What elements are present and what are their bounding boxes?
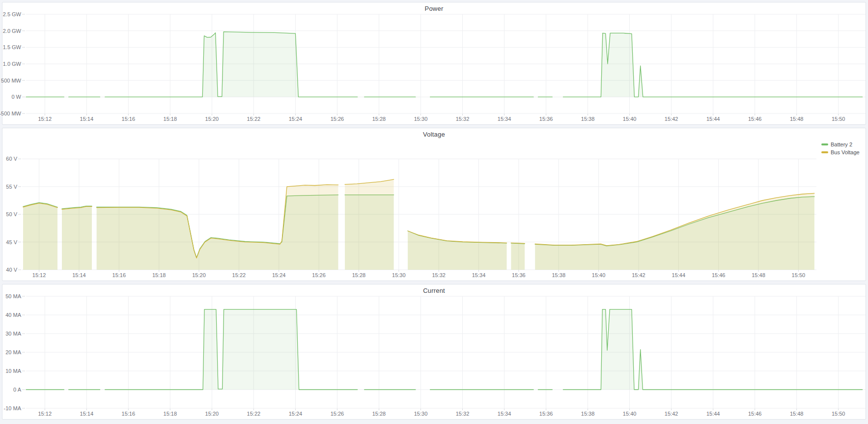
current-x-axis: 15:1215:1415:1615:1815:2015:2215:2415:26… [26,408,866,419]
x-tick-label: 15:18 [164,411,177,417]
y-tick-label: -500 MW [0,110,21,117]
x-tick-label: 15:14 [80,116,94,122]
x-tick-label: 15:40 [623,411,637,417]
chart-canvas [26,14,866,113]
x-tick-label: 15:18 [164,116,177,122]
x-tick-label: 15:24 [289,116,303,122]
y-tick-label: 30 MA [5,330,21,337]
x-tick-label: 15:44 [706,411,720,417]
y-tick-label: 55 V [6,183,17,190]
x-tick-label: 15:40 [592,272,606,278]
x-tick-label: 15:50 [832,116,845,122]
x-tick-label: 15:16 [122,116,136,122]
legend-series-color-icon [821,151,828,153]
x-tick-label: 15:38 [581,411,595,417]
x-tick-label: 15:16 [112,272,126,278]
x-tick-label: 15:42 [632,272,645,278]
legend-item-bus-voltage[interactable]: Bus Voltage [821,149,864,155]
panel-voltage-header[interactable]: Voltage [2,128,866,140]
x-tick-label: 15:28 [372,116,386,122]
x-tick-label: 15:48 [790,411,804,417]
panel-title-current[interactable]: Current [423,287,445,294]
x-tick-label: 15:50 [792,272,806,278]
panel-current: Current 50 MA40 MA30 MA20 MA10 MA0 A-10 … [2,284,866,420]
chart-canvas [26,296,866,408]
x-tick-label: 15:14 [72,272,86,278]
x-tick-label: 15:34 [498,411,511,417]
series-area-1 [511,243,525,270]
x-tick-label: 15:26 [331,411,344,417]
y-tick-label: 45 V [6,239,17,246]
x-tick-label: 15:36 [512,272,526,278]
x-tick-label: 15:46 [748,116,762,122]
x-tick-label: 15:42 [665,116,678,122]
x-tick-label: 15:34 [498,116,511,122]
panel-power-header[interactable]: Power [2,2,866,14]
x-tick-label: 15:20 [205,116,219,122]
x-tick-label: 15:16 [122,411,136,417]
y-tick-label: 50 MA [5,293,21,300]
power-plot-area[interactable] [26,14,866,113]
legend-series-color-icon [821,143,828,145]
x-tick-label: 15:12 [32,272,46,278]
x-tick-label: 15:42 [665,411,678,417]
voltage-plot-area[interactable] [22,140,816,270]
series-area-0 [105,310,358,390]
x-tick-label: 15:46 [712,272,726,278]
x-tick-label: 15:20 [205,411,219,417]
y-tick-label: 40 MA [5,311,21,318]
x-tick-label: 15:24 [289,411,303,417]
x-tick-label: 15:48 [752,272,765,278]
x-tick-label: 15:44 [706,116,720,122]
x-tick-label: 15:34 [472,272,486,278]
y-tick-label: 0 A [13,386,21,393]
x-tick-label: 15:50 [832,411,845,417]
y-tick-label: 1.5 GW [3,44,21,51]
x-tick-label: 15:22 [247,411,261,417]
x-tick-label: 15:30 [414,411,428,417]
y-tick-label: 500 MW [1,77,21,84]
y-tick-label: 50 V [6,211,17,218]
y-tick-label: 10 MA [5,367,21,374]
panel-title-voltage[interactable]: Voltage [423,131,445,138]
panel-current-header[interactable]: Current [2,284,866,296]
y-tick-label: 60 V [6,155,17,162]
series-area-1 [62,206,92,270]
legend-item-battery-2[interactable]: Battery 2 [821,141,864,147]
x-tick-label: 15:38 [581,116,595,122]
x-tick-label: 15:22 [232,272,246,278]
x-tick-label: 15:32 [432,272,446,278]
series-area-0 [563,33,862,97]
series-area-1 [97,185,338,270]
series-area-1 [408,231,506,270]
y-tick-label: 2.0 GW [3,28,21,34]
x-tick-label: 15:28 [372,411,386,417]
x-tick-label: 15:12 [38,411,52,417]
x-tick-label: 15:40 [623,116,637,122]
x-tick-label: 15:38 [552,272,565,278]
voltage-y-axis: 60 V55 V50 V45 V40 V [2,140,22,270]
panel-voltage: Voltage 60 V55 V50 V45 V40 V Battery 2Bu… [2,128,866,281]
y-tick-label: 20 MA [5,349,21,356]
x-tick-label: 15:36 [539,116,553,122]
x-tick-label: 15:30 [414,116,428,122]
panel-title-power[interactable]: Power [425,5,444,12]
y-tick-label: 2.5 GW [3,11,21,18]
x-tick-label: 15:20 [192,272,206,278]
x-tick-label: 15:46 [748,411,762,417]
series-area-1 [535,193,814,270]
current-plot-area[interactable] [26,296,866,408]
x-tick-label: 15:44 [672,272,686,278]
series-area-1 [345,179,394,270]
x-tick-label: 15:48 [790,116,804,122]
x-tick-label: 15:26 [331,116,344,122]
x-tick-label: 15:30 [392,272,406,278]
x-tick-label: 15:36 [539,411,553,417]
series-area-1 [23,203,57,270]
x-tick-label: 15:24 [272,272,286,278]
x-tick-label: 15:32 [456,411,470,417]
legend-label: Battery 2 [831,141,852,147]
y-tick-label: 40 V [6,266,17,273]
panel-power: Power 2.5 GW2.0 GW1.5 GW1.0 GW500 MW0 W-… [2,2,866,125]
x-tick-label: 15:18 [152,272,166,278]
